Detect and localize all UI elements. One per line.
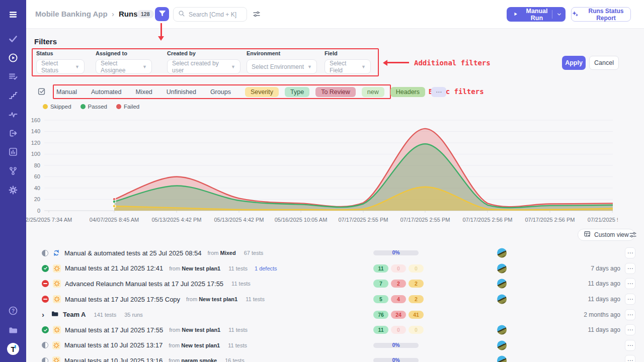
from-plan: from param smoke <box>169 357 217 362</box>
filter-tag-severity[interactable]: Severity <box>245 87 279 97</box>
view-settings-icon[interactable] <box>629 231 637 241</box>
select-runs-icon[interactable] <box>37 87 46 98</box>
run-row[interactable]: Manual tests at 17 Jul 2025 17:55 Copyfr… <box>26 292 644 307</box>
row-main: Manual & automated tests at 25 Jul 2025 … <box>42 249 263 257</box>
run-title[interactable]: Manual tests at 21 Jul 2025 12:41 <box>65 264 163 272</box>
filter-funnel-button[interactable] <box>155 7 169 21</box>
search-settings-icon[interactable] <box>253 10 261 20</box>
filter-select-status[interactable]: Select Status▼ <box>36 59 85 74</box>
filter-select-environment[interactable]: Select Environment▼ <box>247 59 317 74</box>
status-failed-icon <box>42 296 49 303</box>
row-menu-button[interactable]: ⋯ <box>625 294 635 305</box>
row-menu-button[interactable]: ⋯ <box>625 263 635 274</box>
sidebar-item-help[interactable]: ? <box>0 303 26 318</box>
time-ago: 2 months ago <box>584 311 620 318</box>
row-menu-button[interactable]: ⋯ <box>625 278 635 289</box>
chevron-down-icon[interactable] <box>552 12 566 17</box>
run-title[interactable]: Manual tests at 17 Jul 2025 17:55 Copy <box>65 296 180 303</box>
select-placeholder: Select Assignee <box>101 60 139 74</box>
apply-button[interactable]: Apply <box>562 56 586 70</box>
sidebar-item-analytics[interactable] <box>0 144 26 159</box>
group-row[interactable]: ›Team A141 tests35 runs7624412 months ag… <box>26 307 644 322</box>
sidebar-item-import[interactable] <box>0 126 26 141</box>
sidebar-logo[interactable]: T <box>0 341 26 356</box>
filter-select-created-by[interactable]: Select created by user▼ <box>167 59 240 74</box>
run-row[interactable]: Manual tests at 10 Jul 2025 13:17from Ne… <box>26 338 644 353</box>
search-input[interactable] <box>189 11 242 18</box>
sidebar-item-plans[interactable] <box>0 69 26 84</box>
row-main: ›Team A141 tests35 runs <box>42 310 143 320</box>
row-main: Manual tests at 17 Jul 2025 17:55from Ne… <box>42 326 248 334</box>
run-row[interactable]: Manual & automated tests at 25 Jul 2025 … <box>26 245 644 261</box>
filter-select-assigned-to[interactable]: Select Assignee▼ <box>96 59 152 74</box>
status-passed-icon <box>42 265 49 272</box>
funnel-icon <box>158 10 166 19</box>
sidebar-item-runs[interactable] <box>0 50 26 65</box>
run-row[interactable]: Manual tests at 10 Jul 2025 13:16from pa… <box>26 353 644 362</box>
chevron-right-icon[interactable]: › <box>42 310 47 319</box>
failed-badge: 24 <box>391 311 406 319</box>
legend-item-skipped[interactable]: Skipped <box>43 104 71 110</box>
filter-select-field[interactable]: Select Field▼ <box>325 59 371 74</box>
check-icon <box>8 34 18 44</box>
signin-icon <box>8 128 18 138</box>
run-title[interactable]: Advanced Relaunch Manual tests at 17 Jul… <box>65 280 223 288</box>
custom-view-button[interactable]: Custom view <box>578 229 635 241</box>
run-title[interactable]: Manual & automated tests at 25 Jul 2025 … <box>64 249 201 257</box>
annotation-arrow-down-head <box>158 36 164 41</box>
defects-link[interactable]: 1 defects <box>255 265 277 272</box>
filter-tag-headers[interactable]: Headers <box>390 87 425 97</box>
filter-tab-unfinished[interactable]: Unfinished <box>167 88 196 96</box>
annotation-additional-filters: Additional filters <box>414 59 491 67</box>
more-tags-button[interactable]: ⋯ <box>431 87 446 97</box>
svg-text:0: 0 <box>37 208 40 214</box>
filter-label: Created by <box>167 50 240 56</box>
sidebar-item-projects[interactable] <box>0 323 26 338</box>
status-passed-icon <box>42 326 49 333</box>
sidebar-item-activity[interactable] <box>0 107 26 122</box>
filter-tag-to-review[interactable]: To Review <box>315 87 356 97</box>
avatar <box>497 295 507 304</box>
cancel-button[interactable]: Cancel <box>589 56 619 70</box>
filter-tab-manual[interactable]: Manual <box>56 88 77 96</box>
run-row[interactable]: Advanced Relaunch Manual tests at 17 Jul… <box>26 276 644 292</box>
filter-tab-mixed[interactable]: Mixed <box>135 88 152 96</box>
legend-item-passed[interactable]: Passed <box>80 104 107 110</box>
manual-run-label: Manual Run <box>522 8 552 22</box>
run-title[interactable]: Manual tests at 17 Jul 2025 17:55 <box>65 326 163 334</box>
select-placeholder: Select Field <box>330 60 358 74</box>
run-row[interactable]: Manual tests at 17 Jul 2025 17:55from Ne… <box>26 322 644 338</box>
run-title[interactable]: Manual tests at 10 Jul 2025 13:16 <box>64 357 163 362</box>
filter-tag-type[interactable]: Type <box>285 87 309 97</box>
search-box[interactable] <box>173 7 247 22</box>
run-row[interactable]: Manual tests at 21 Jul 2025 12:41from Ne… <box>26 261 644 277</box>
svg-text:04/07/2025 8:45 AM: 04/07/2025 8:45 AM <box>90 217 139 223</box>
passed-badge: 11 <box>373 326 388 334</box>
filter-tab-automated[interactable]: Automated <box>91 88 121 96</box>
legend-dot <box>43 104 48 109</box>
sidebar-item-milestones[interactable] <box>0 88 26 103</box>
row-menu-button[interactable]: ⋯ <box>625 309 635 320</box>
tests-count: 141 tests <box>94 312 117 318</box>
chart-legend: SkippedPassedFailed <box>43 104 139 110</box>
sidebar-item-branches[interactable] <box>0 163 26 178</box>
row-menu-button[interactable]: ⋯ <box>625 324 635 335</box>
menu-icon[interactable] <box>0 7 26 22</box>
play-icon <box>513 11 518 18</box>
filter-tab-groups[interactable]: Groups <box>210 88 231 96</box>
sidebar-item-settings[interactable] <box>0 183 26 198</box>
row-menu-button[interactable]: ⋯ <box>625 247 635 258</box>
manual-run-button[interactable]: Manual Run <box>507 7 566 22</box>
sidebar-item-tests[interactable] <box>0 31 26 46</box>
group-title[interactable]: Team A <box>63 311 86 318</box>
runs-status-report-button[interactable]: Runs Status Report <box>571 7 631 22</box>
breadcrumb-separator: › <box>112 10 114 18</box>
result-badges: 1100 <box>373 264 424 273</box>
run-title[interactable]: Manual tests at 10 Jul 2025 13:17 <box>64 341 163 349</box>
breadcrumb-project[interactable]: Mobile Banking App <box>35 10 108 18</box>
filter-tag-new[interactable]: new <box>362 87 384 97</box>
legend-item-failed[interactable]: Failed <box>116 104 139 110</box>
row-menu-button[interactable]: ⋯ <box>625 340 635 351</box>
row-menu-button[interactable]: ⋯ <box>625 355 635 362</box>
progress-bar: 0% <box>373 250 419 255</box>
